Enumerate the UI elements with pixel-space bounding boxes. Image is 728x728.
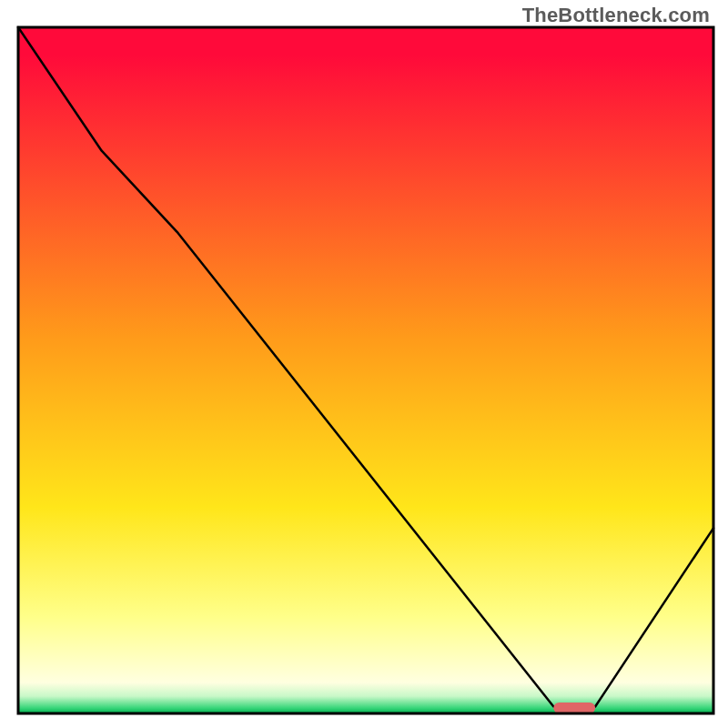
- watermark-text: TheBottleneck.com: [522, 4, 710, 27]
- plot-area: [18, 27, 713, 713]
- bottleneck-chart: [0, 0, 728, 728]
- optimal-range-marker: [553, 703, 595, 713]
- plot-background: [18, 27, 713, 713]
- chart-container: TheBottleneck.com: [0, 0, 728, 728]
